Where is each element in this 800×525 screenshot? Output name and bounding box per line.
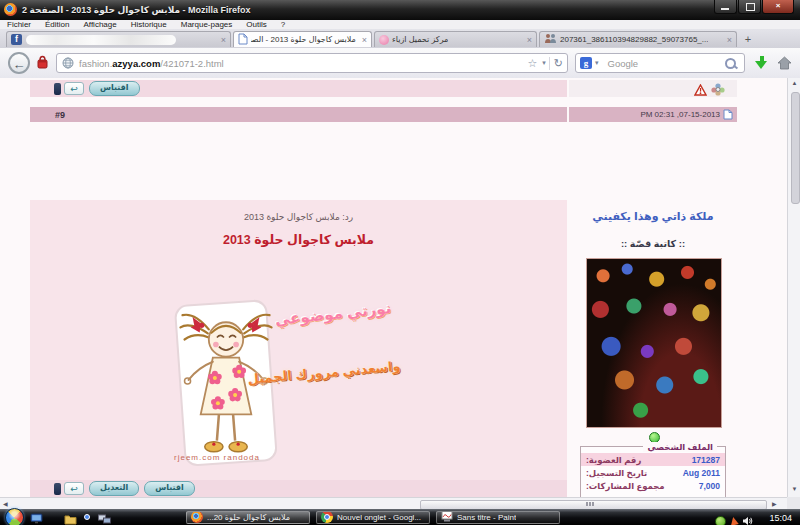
home-button[interactable] [777, 56, 792, 74]
window-titlebar: ملابس كاجوال حلوة 2013 - الصفحة 2 - Mozi… [0, 0, 800, 20]
edit-button[interactable]: التعديل [89, 481, 139, 496]
post8-footer-strip: ↩ اقتباس [30, 80, 567, 97]
download-arrow-icon [755, 61, 767, 69]
back-button[interactable]: ← [8, 52, 30, 74]
search-input[interactable]: Google [608, 58, 639, 69]
reload-icon[interactable]: ↻ [549, 57, 567, 70]
post-number-bar: #9 [30, 107, 567, 122]
post-count-value: 7,000 [699, 481, 720, 491]
horizontal-scrollbar[interactable]: ◀ ▶ [0, 497, 800, 509]
url-subdomain: fashion. [79, 58, 112, 69]
system-tray [715, 512, 754, 525]
profile-box: الملف الشخصي رقم العضوية: 171287 تاريخ ا… [580, 446, 726, 497]
minimize-button[interactable] [714, 0, 737, 14]
join-date-label: تاريخ التسجيل: [586, 468, 647, 478]
maximize-icon [746, 3, 755, 11]
profile-legend: الملف الشخصي [643, 442, 717, 452]
post-date: PM 02:31 ,07-15-2013 [640, 110, 720, 119]
new-tab-button[interactable]: + [741, 33, 755, 46]
vertical-scroll-thumb[interactable] [791, 92, 800, 204]
firefox-icon [4, 3, 17, 16]
folder-launcher-icon[interactable] [64, 511, 77, 523]
user-info-panel: ملكة ذاتي وهذا يكفيني :: كاتبة قصّة :: ا… [569, 200, 737, 497]
username-link[interactable]: ملكة ذاتي وهذا يكفيني [569, 210, 737, 223]
bookmark-star-icon[interactable]: ☆ [525, 57, 539, 70]
addon-bag-icon[interactable] [36, 55, 49, 73]
volume-tray-icon[interactable] [742, 512, 754, 525]
horizontal-scroll-thumb[interactable] [420, 500, 767, 510]
downloads-button[interactable] [755, 56, 768, 70]
reply-arrow-button[interactable]: ↩ [64, 482, 84, 495]
report-post-icon[interactable] [694, 82, 707, 100]
censored-tab-title [26, 35, 176, 45]
firefox-launcher-icon[interactable] [47, 511, 60, 523]
scroll-down-icon[interactable]: ▼ [788, 486, 800, 492]
url-text: fashion.azyya.com/421071-2.html [79, 58, 224, 69]
post8-footer-side [569, 80, 737, 97]
browser-viewport: ↩ اقتباس #9 PM 02:31 ,07-15-2013 رد: ملا… [0, 78, 800, 497]
search-engine-dropdown-icon[interactable]: ▾ [592, 59, 602, 67]
post-number[interactable]: #9 [55, 110, 65, 120]
menu-marque-pages[interactable]: Marque-pages [174, 20, 240, 29]
taskbar-button-firefox[interactable]: ملابس كاجوال حلوة 20... [186, 511, 310, 524]
menu-outils[interactable]: Outils [239, 20, 273, 29]
post-body: رد: ملابس كاجوال حلوة 2013 ملابس كاجوال … [30, 200, 567, 497]
tab-forum-active[interactable]: ملابس كاجوال حلوة 2013 - الصفحة 2 × [233, 31, 372, 47]
search-bar[interactable]: g ▾ Google [575, 53, 745, 73]
post-page-icon [723, 109, 733, 120]
window-title: ملابس كاجوال حلوة 2013 - الصفحة 2 - Mozi… [22, 5, 251, 15]
search-magnifier-icon[interactable] [725, 58, 736, 69]
tab-close-icon[interactable]: × [218, 35, 226, 45]
tab-title: مركز تحميل ازياء [392, 35, 448, 44]
site-favicon-icon [379, 35, 389, 45]
signature-watermark: rjeem.com randoda [174, 453, 260, 462]
taskbar-button-chrome[interactable]: Nouvel onglet - Googl... [316, 511, 430, 524]
post-title: ملابس كاجوال حلوة 2013 [30, 232, 567, 247]
scroll-left-icon[interactable]: ◀ [3, 500, 8, 507]
notification-tray-icon[interactable] [729, 516, 738, 525]
tab-close-icon[interactable]: × [724, 35, 732, 45]
menu-edition[interactable]: Édition [38, 20, 76, 29]
globe-icon [62, 57, 74, 69]
tab-image[interactable]: 207361_386110394829882_59073765_... × [539, 31, 737, 47]
menu-aide[interactable]: ? [274, 20, 292, 29]
tab-close-icon[interactable]: × [359, 35, 367, 45]
quote-button[interactable]: اقتباس [89, 81, 140, 96]
close-button[interactable]: × [762, 0, 794, 14]
taskbar: ملابس كاجوال حلوة 20... Nouvel onglet - … [0, 509, 800, 525]
url-dropdown-icon[interactable]: ▾ [539, 59, 549, 67]
menu-affichage[interactable]: Affichage [76, 20, 123, 29]
maximize-button[interactable] [738, 0, 761, 14]
show-desktop-icon[interactable] [30, 511, 43, 523]
minimize-icon [721, 8, 729, 10]
tab-upload-center[interactable]: مركز تحميل ازياء × [374, 31, 537, 47]
post-tool-icon[interactable] [54, 83, 61, 95]
user-avatar[interactable] [586, 258, 722, 428]
taskbar-button-paint[interactable]: Sans titre - Paint [436, 511, 560, 524]
url-bar[interactable]: fashion.azyya.com/421071-2.html ☆ ▾ ↻ [56, 53, 568, 73]
menu-fichier[interactable]: Fichier [0, 20, 38, 29]
scroll-right-icon[interactable]: ▶ [772, 500, 777, 507]
start-button[interactable] [5, 508, 24, 525]
tab-close-icon[interactable]: × [524, 35, 532, 45]
scrollbar-corner [787, 497, 800, 509]
vertical-scrollbar[interactable]: ▲ ▼ [787, 78, 800, 497]
reputation-icon[interactable] [711, 82, 725, 100]
network-launcher-icon[interactable] [98, 511, 111, 523]
scroll-grip [589, 502, 591, 506]
url-domain: azyya.com [112, 58, 160, 69]
reply-arrow-button[interactable]: ↩ [64, 82, 84, 95]
signature-image: نورتي موضوعي واسعدني مرورك الجميل rjeem.… [170, 285, 410, 485]
post-date-bar: PM 02:31 ,07-15-2013 [569, 107, 737, 122]
menu-historique[interactable]: Historique [124, 20, 174, 29]
user-title: :: كاتبة قصّة :: [569, 238, 737, 249]
messenger-tray-icon[interactable] [715, 516, 726, 525]
scroll-up-icon[interactable]: ▲ [788, 80, 800, 86]
chrome-launcher-icon[interactable] [81, 511, 94, 523]
tab-facebook[interactable]: f × [6, 31, 231, 47]
post-tool-icon[interactable] [54, 483, 61, 495]
quote-button[interactable]: اقتباس [144, 481, 195, 496]
member-number-label: رقم العضوية: [586, 455, 641, 465]
post9-footer-strip: ↩ التعديل اقتباس [30, 480, 567, 497]
post-count-label: مجموع المشاركات: [586, 481, 665, 491]
